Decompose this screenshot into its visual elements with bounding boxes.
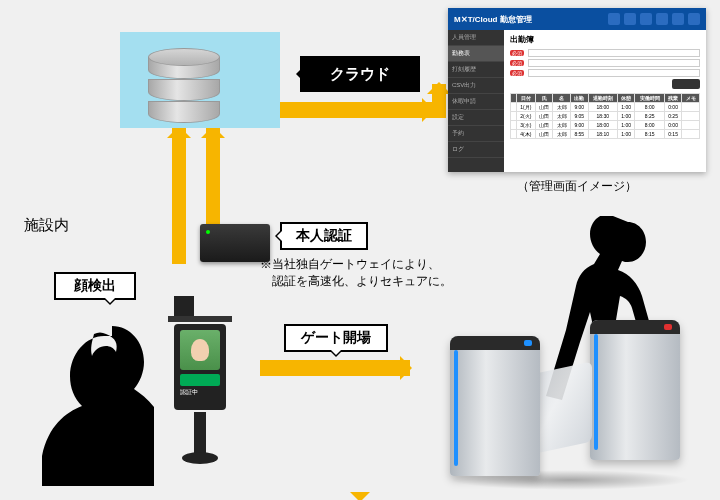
kiosk-status-text: 認証中 <box>180 388 220 397</box>
cloud-label: クラウド <box>300 56 420 92</box>
security-gate <box>430 310 710 490</box>
arrow-db-to-mgmt-head <box>432 84 446 118</box>
database-icon <box>148 48 220 118</box>
table-row: 1(月)山田太郎9:0018:001:008:000:00 <box>511 103 700 112</box>
mgmt-input[interactable] <box>528 49 700 57</box>
mgmt-header: M✕T/Cloud 勤怠管理 <box>448 8 706 30</box>
person-silhouette-icon <box>42 316 162 486</box>
mgmt-th: 実働時間 <box>635 94 664 103</box>
gate-led-red-icon <box>664 324 672 330</box>
arrow-gateway-to-db <box>206 128 220 224</box>
mgmt-th: メモ <box>682 94 700 103</box>
face-detect-label: 顔検出 <box>54 272 136 300</box>
facility-label: 施設内 <box>24 216 69 235</box>
mgmt-sidebar-item[interactable]: 設定 <box>448 110 504 126</box>
gate-pillar <box>590 320 680 460</box>
mgmt-search-button[interactable] <box>672 79 700 89</box>
required-tag: 必須 <box>510 70 524 76</box>
table-row: 3(水)山田太郎9:0018:001:008:000:00 <box>511 121 700 130</box>
table-row: 2(火)山田太郎9:0518:301:008:250:25 <box>511 112 700 121</box>
mgmt-header-icon[interactable] <box>624 13 636 25</box>
arrow-gateway-to-kiosk <box>0 0 12 54</box>
arrow-kiosk-to-gate <box>260 360 410 376</box>
required-tag: 必須 <box>510 50 524 56</box>
mgmt-header-icon[interactable] <box>656 13 668 25</box>
mgmt-th: 退勤時刻 <box>588 94 617 103</box>
arrow-db-to-mgmt <box>280 102 432 118</box>
mgmt-header-icon[interactable] <box>608 13 620 25</box>
mgmt-header-icon[interactable] <box>640 13 652 25</box>
gate-pillar <box>450 336 540 476</box>
kiosk-camera-icon <box>174 296 194 316</box>
face-recognition-kiosk: 認証中 <box>160 296 248 466</box>
mgmt-sidebar-item[interactable]: 勤務表 <box>448 46 504 62</box>
mgmt-th: 残業 <box>664 94 682 103</box>
mgmt-sidebar-item[interactable]: 予約 <box>448 126 504 142</box>
mgmt-sidebar-item[interactable]: ログ <box>448 142 504 158</box>
authentication-label: 本人認証 <box>280 222 368 250</box>
mgmt-th: 氏 <box>535 94 553 103</box>
table-row: 4(木)山田太郎8:5518:101:008:150:15 <box>511 130 700 139</box>
mgmt-sidebar-item[interactable]: 打刻履歴 <box>448 62 504 78</box>
mgmt-th: 休憩 <box>617 94 635 103</box>
mgmt-input[interactable] <box>528 59 700 67</box>
gate-led-blue-icon <box>524 340 532 346</box>
management-screen: M✕T/Cloud 勤怠管理 人員管理勤務表打刻履歴CSV出力休暇申請設定予約ロ… <box>448 8 706 172</box>
mgmt-brand: M✕T/Cloud 勤怠管理 <box>454 14 532 25</box>
kiosk-screen: 認証中 <box>174 324 226 410</box>
mgmt-table: 日付氏名出勤退勤時刻休憩実働時間残業メモ1(月)山田太郎9:0018:001:0… <box>510 93 700 139</box>
mgmt-page-title: 出勤簿 <box>510 34 700 45</box>
required-tag: 必須 <box>510 60 524 66</box>
mgmt-input[interactable] <box>528 69 700 77</box>
mgmt-th: 名 <box>553 94 571 103</box>
mgmt-header-icon[interactable] <box>688 13 700 25</box>
mgmt-caption: （管理画面イメージ） <box>448 178 706 195</box>
gateway-note: ※当社独自ゲートウェイにより、 認証を高速化、よりセキュアに。 <box>260 256 452 290</box>
mgmt-sidebar-item[interactable]: 休暇申請 <box>448 94 504 110</box>
mgmt-header-icon[interactable] <box>672 13 684 25</box>
kiosk-temp-indicator <box>180 374 220 386</box>
mgmt-th: 出勤 <box>570 94 588 103</box>
mgmt-sidebar-item[interactable]: 人員管理 <box>448 30 504 46</box>
mgmt-sidebar-item[interactable]: CSV出力 <box>448 78 504 94</box>
gateway-device <box>200 224 270 262</box>
kiosk-face-preview <box>180 330 220 370</box>
mgmt-sidebar: 人員管理勤務表打刻履歴CSV出力休暇申請設定予約ログ <box>448 30 504 172</box>
mgmt-th: 日付 <box>516 94 535 103</box>
arrow-kiosk-to-db <box>172 128 186 264</box>
gate-open-label: ゲート開場 <box>284 324 388 352</box>
